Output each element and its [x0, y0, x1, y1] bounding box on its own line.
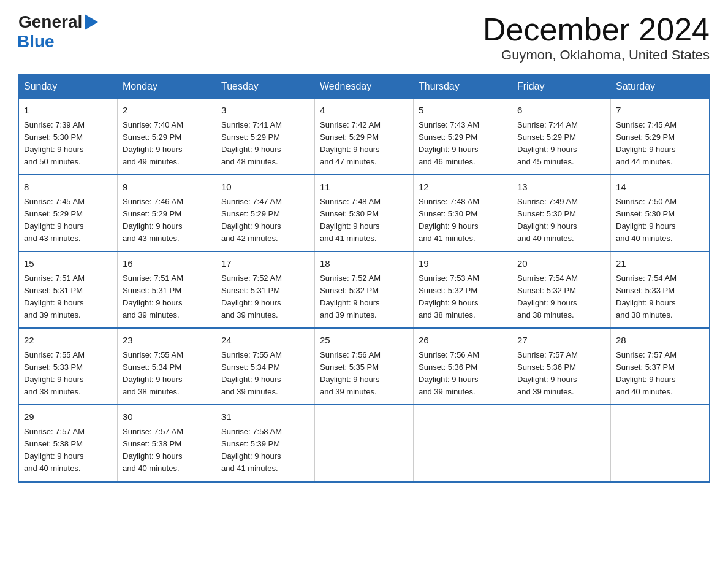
- day-info: Sunrise: 7:48 AMSunset: 5:30 PMDaylight:…: [419, 196, 507, 245]
- calendar-cell: [611, 405, 710, 481]
- calendar-header-row: Sunday Monday Tuesday Wednesday Thursday…: [19, 75, 710, 99]
- day-number: 10: [221, 180, 309, 194]
- calendar-table: Sunday Monday Tuesday Wednesday Thursday…: [18, 74, 710, 482]
- day-number: 14: [616, 180, 704, 194]
- day-number: 11: [320, 180, 408, 194]
- calendar-cell: 14Sunrise: 7:50 AMSunset: 5:30 PMDayligh…: [611, 175, 710, 251]
- day-number: 23: [123, 334, 211, 348]
- header-friday: Friday: [512, 75, 611, 99]
- day-info: Sunrise: 7:42 AMSunset: 5:29 PMDaylight:…: [320, 119, 408, 169]
- calendar-cell: 21Sunrise: 7:54 AMSunset: 5:33 PMDayligh…: [611, 251, 710, 328]
- calendar-week-row: 22Sunrise: 7:55 AMSunset: 5:33 PMDayligh…: [19, 328, 710, 405]
- day-number: 31: [221, 410, 309, 424]
- day-number: 5: [419, 104, 507, 118]
- calendar-cell: [414, 405, 512, 481]
- calendar-cell: 5Sunrise: 7:43 AMSunset: 5:29 PMDaylight…: [414, 99, 512, 175]
- calendar-week-row: 8Sunrise: 7:45 AMSunset: 5:29 PMDaylight…: [19, 175, 710, 251]
- day-number: 17: [221, 257, 309, 271]
- calendar-cell: 26Sunrise: 7:56 AMSunset: 5:36 PMDayligh…: [414, 328, 512, 405]
- day-info: Sunrise: 7:39 AMSunset: 5:30 PMDaylight:…: [24, 119, 112, 169]
- day-number: 13: [517, 180, 605, 194]
- day-number: 8: [24, 180, 112, 194]
- day-info: Sunrise: 7:43 AMSunset: 5:29 PMDaylight:…: [419, 119, 507, 169]
- calendar-cell: 3Sunrise: 7:41 AMSunset: 5:29 PMDaylight…: [216, 99, 315, 175]
- calendar-cell: [315, 405, 414, 481]
- day-info: Sunrise: 7:45 AMSunset: 5:29 PMDaylight:…: [24, 196, 112, 245]
- calendar-cell: 19Sunrise: 7:53 AMSunset: 5:32 PMDayligh…: [414, 251, 512, 328]
- header-saturday: Saturday: [611, 75, 710, 99]
- calendar-cell: 27Sunrise: 7:57 AMSunset: 5:36 PMDayligh…: [512, 328, 611, 405]
- calendar-cell: 15Sunrise: 7:51 AMSunset: 5:31 PMDayligh…: [19, 251, 118, 328]
- calendar-week-row: 29Sunrise: 7:57 AMSunset: 5:38 PMDayligh…: [19, 405, 710, 481]
- title-block: December 2024 Guymon, Oklahoma, United S…: [483, 12, 710, 63]
- calendar-cell: 28Sunrise: 7:57 AMSunset: 5:37 PMDayligh…: [611, 328, 710, 405]
- day-number: 15: [24, 257, 112, 271]
- calendar-cell: 20Sunrise: 7:54 AMSunset: 5:32 PMDayligh…: [512, 251, 611, 328]
- calendar-cell: 10Sunrise: 7:47 AMSunset: 5:29 PMDayligh…: [216, 175, 315, 251]
- logo-general-text: General: [18, 12, 82, 32]
- day-info: Sunrise: 7:40 AMSunset: 5:29 PMDaylight:…: [123, 119, 211, 169]
- day-info: Sunrise: 7:51 AMSunset: 5:31 PMDaylight:…: [24, 272, 112, 322]
- day-number: 30: [123, 410, 211, 424]
- calendar-cell: 30Sunrise: 7:57 AMSunset: 5:38 PMDayligh…: [118, 405, 216, 481]
- day-number: 1: [24, 104, 112, 118]
- calendar-cell: 12Sunrise: 7:48 AMSunset: 5:30 PMDayligh…: [414, 175, 512, 251]
- calendar-cell: 11Sunrise: 7:48 AMSunset: 5:30 PMDayligh…: [315, 175, 414, 251]
- day-number: 6: [517, 104, 605, 118]
- calendar-cell: 8Sunrise: 7:45 AMSunset: 5:29 PMDaylight…: [19, 175, 118, 251]
- calendar-cell: 4Sunrise: 7:42 AMSunset: 5:29 PMDaylight…: [315, 99, 414, 175]
- calendar-cell: 2Sunrise: 7:40 AMSunset: 5:29 PMDaylight…: [118, 99, 216, 175]
- day-info: Sunrise: 7:45 AMSunset: 5:29 PMDaylight:…: [616, 119, 704, 169]
- day-info: Sunrise: 7:57 AMSunset: 5:36 PMDaylight:…: [517, 349, 605, 399]
- day-info: Sunrise: 7:56 AMSunset: 5:35 PMDaylight:…: [320, 349, 408, 399]
- calendar-cell: 25Sunrise: 7:56 AMSunset: 5:35 PMDayligh…: [315, 328, 414, 405]
- calendar-cell: 22Sunrise: 7:55 AMSunset: 5:33 PMDayligh…: [19, 328, 118, 405]
- calendar-cell: 6Sunrise: 7:44 AMSunset: 5:29 PMDaylight…: [512, 99, 611, 175]
- day-info: Sunrise: 7:53 AMSunset: 5:32 PMDaylight:…: [419, 272, 507, 322]
- day-info: Sunrise: 7:51 AMSunset: 5:31 PMDaylight:…: [123, 272, 211, 322]
- day-number: 12: [419, 180, 507, 194]
- calendar-cell: 31Sunrise: 7:58 AMSunset: 5:39 PMDayligh…: [216, 405, 315, 481]
- day-number: 29: [24, 410, 112, 424]
- header-tuesday: Tuesday: [216, 75, 315, 99]
- day-number: 18: [320, 257, 408, 271]
- day-info: Sunrise: 7:55 AMSunset: 5:33 PMDaylight:…: [24, 349, 112, 399]
- day-number: 27: [517, 334, 605, 348]
- day-info: Sunrise: 7:50 AMSunset: 5:30 PMDaylight:…: [616, 196, 704, 245]
- day-number: 4: [320, 104, 408, 118]
- day-number: 28: [616, 334, 704, 348]
- calendar-cell: 17Sunrise: 7:52 AMSunset: 5:31 PMDayligh…: [216, 251, 315, 328]
- day-number: 7: [616, 104, 704, 118]
- calendar-cell: [512, 405, 611, 481]
- day-number: 22: [24, 334, 112, 348]
- day-info: Sunrise: 7:46 AMSunset: 5:29 PMDaylight:…: [123, 196, 211, 245]
- day-info: Sunrise: 7:56 AMSunset: 5:36 PMDaylight:…: [419, 349, 507, 399]
- day-info: Sunrise: 7:41 AMSunset: 5:29 PMDaylight:…: [221, 119, 309, 169]
- calendar-week-row: 1Sunrise: 7:39 AMSunset: 5:30 PMDaylight…: [19, 99, 710, 175]
- logo-blue-text: Blue: [17, 32, 55, 51]
- day-info: Sunrise: 7:44 AMSunset: 5:29 PMDaylight:…: [517, 119, 605, 169]
- calendar-cell: 9Sunrise: 7:46 AMSunset: 5:29 PMDaylight…: [118, 175, 216, 251]
- header-sunday: Sunday: [19, 75, 118, 99]
- day-number: 24: [221, 334, 309, 348]
- logo-arrow-icon: [85, 14, 98, 30]
- day-info: Sunrise: 7:55 AMSunset: 5:34 PMDaylight:…: [123, 349, 211, 399]
- header-wednesday: Wednesday: [315, 75, 414, 99]
- day-info: Sunrise: 7:54 AMSunset: 5:33 PMDaylight:…: [616, 272, 704, 322]
- day-number: 16: [123, 257, 211, 271]
- logo: General Blue: [18, 12, 98, 52]
- day-info: Sunrise: 7:57 AMSunset: 5:38 PMDaylight:…: [24, 426, 112, 475]
- calendar-cell: 24Sunrise: 7:55 AMSunset: 5:34 PMDayligh…: [216, 328, 315, 405]
- day-number: 26: [419, 334, 507, 348]
- day-number: 20: [517, 257, 605, 271]
- day-info: Sunrise: 7:52 AMSunset: 5:32 PMDaylight:…: [320, 272, 408, 322]
- day-info: Sunrise: 7:58 AMSunset: 5:39 PMDaylight:…: [221, 426, 309, 475]
- day-number: 21: [616, 257, 704, 271]
- day-info: Sunrise: 7:57 AMSunset: 5:37 PMDaylight:…: [616, 349, 704, 399]
- calendar-week-row: 15Sunrise: 7:51 AMSunset: 5:31 PMDayligh…: [19, 251, 710, 328]
- day-info: Sunrise: 7:52 AMSunset: 5:31 PMDaylight:…: [221, 272, 309, 322]
- day-info: Sunrise: 7:48 AMSunset: 5:30 PMDaylight:…: [320, 196, 408, 245]
- day-number: 3: [221, 104, 309, 118]
- day-info: Sunrise: 7:47 AMSunset: 5:29 PMDaylight:…: [221, 196, 309, 245]
- header-monday: Monday: [118, 75, 216, 99]
